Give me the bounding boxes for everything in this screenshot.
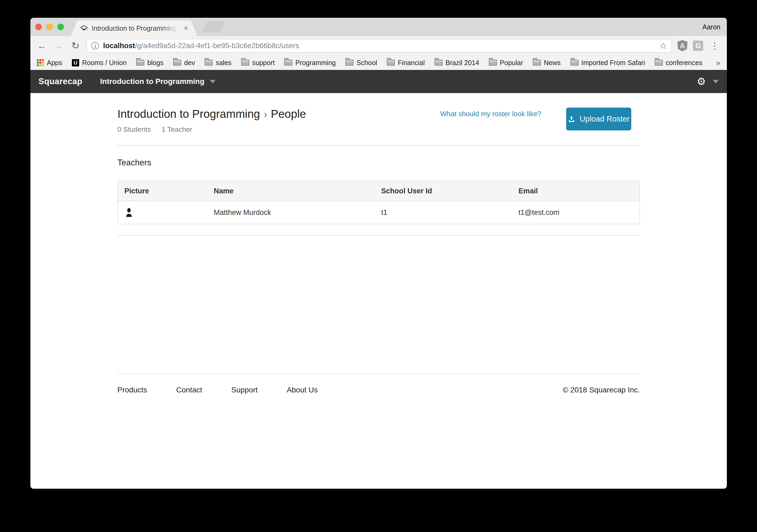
folder-icon: [435, 60, 442, 66]
squarecap-logo[interactable]: Squarecap: [39, 77, 82, 86]
folder-icon: [387, 60, 395, 66]
roster-help-link[interactable]: What should my roster look like?: [440, 108, 553, 120]
bookmarks-bar: Apps U Rooms / Union blogs dev sales sup…: [30, 55, 727, 70]
copyright-text: © 2018 Squarecap Inc.: [562, 386, 640, 394]
footer-link-contact[interactable]: Contact: [176, 386, 202, 394]
teachers-table: Picture Name School User Id Email: [117, 181, 640, 224]
account-menu-chevron-icon[interactable]: [713, 80, 719, 83]
page-info-icon[interactable]: [91, 42, 99, 49]
bookmark-folder-school[interactable]: School: [346, 59, 377, 67]
page-header-right: What should my roster look like? Upload …: [440, 108, 640, 130]
gear-icon[interactable]: ⚙: [697, 76, 706, 87]
close-window-button[interactable]: [35, 24, 42, 30]
bookmark-folder-support[interactable]: support: [241, 59, 275, 67]
browser-tab[interactable]: Introduction to Programming R ×: [71, 20, 197, 36]
chrome-menu-icon[interactable]: ⋮: [709, 40, 721, 51]
column-header-picture: Picture: [118, 181, 207, 201]
teachers-count: 1 Teacher: [162, 125, 192, 133]
forward-icon: →: [53, 41, 64, 50]
bookmark-apps[interactable]: Apps: [37, 59, 62, 67]
tab-title: Introduction to Programming R: [92, 24, 180, 32]
bookmark-star-icon[interactable]: ☆: [659, 41, 667, 51]
teacher-email-cell: t1@test.com: [512, 201, 640, 224]
reload-icon[interactable]: ↻: [70, 41, 81, 50]
folder-icon: [241, 60, 249, 66]
tab-strip: Introduction to Programming R × Aaron: [30, 18, 727, 36]
teacher-name-cell: Matthew Murdock: [207, 201, 375, 224]
bookmark-label: conferences: [666, 59, 702, 67]
bookmarks-overflow-icon[interactable]: »: [716, 58, 720, 67]
footer-link-about-us[interactable]: About Us: [287, 386, 318, 394]
footer-link-products[interactable]: Products: [117, 386, 147, 394]
course-name: Introduction to Programming: [100, 77, 204, 86]
page-footer: Products Contact Support About Us © 2018…: [117, 373, 640, 394]
bookmark-folder-sales[interactable]: sales: [205, 59, 231, 67]
breadcrumb: Introduction to Programming›People: [117, 108, 306, 121]
bookmark-folder-imported-from-safari[interactable]: Imported From Safari: [570, 59, 645, 67]
table-row: Matthew Murdock t1 t1@test.com: [118, 201, 640, 224]
bookmark-label: sales: [216, 59, 231, 67]
bookmark-label: Brazil 2014: [445, 59, 479, 67]
chevron-down-icon: [210, 80, 216, 83]
breadcrumb-section: People: [271, 108, 306, 120]
bookmark-folder-popular[interactable]: Popular: [489, 59, 523, 67]
folder-icon: [533, 60, 541, 66]
bookmark-label: Rooms / Union: [82, 59, 127, 67]
folder-icon: [284, 60, 292, 66]
teacher-school-user-id-cell: t1: [375, 201, 512, 224]
folder-icon: [655, 60, 663, 66]
upload-roster-button[interactable]: Upload Roster: [566, 108, 631, 130]
u-badge-icon: U: [72, 59, 79, 67]
bookmark-label: News: [544, 59, 561, 67]
roster-stats: 0 Students 1 Teacher: [117, 125, 306, 133]
breadcrumb-course[interactable]: Introduction to Programming: [117, 108, 260, 120]
url-path: /g/a4ed9a5d-22ad-4ef1-be95-b3c6e2b66b8c/…: [135, 42, 299, 50]
bookmark-label: Financial: [398, 59, 425, 67]
upload-roster-label: Upload Roster: [580, 115, 629, 124]
angular-extension-icon[interactable]: A: [677, 40, 687, 51]
upload-icon: [568, 115, 575, 123]
breadcrumb-separator: ›: [260, 109, 271, 120]
bookmark-folder-conferences[interactable]: conferences: [655, 59, 702, 67]
bookmark-rooms-union[interactable]: U Rooms / Union: [72, 59, 127, 67]
course-switcher-dropdown[interactable]: Introduction to Programming: [100, 77, 216, 86]
new-tab-button[interactable]: [202, 21, 225, 32]
column-header-school-user-id: School User Id: [375, 181, 512, 201]
teachers-heading: Teachers: [117, 158, 640, 167]
bookmark-label: Popular: [500, 59, 523, 67]
column-header-email: Email: [512, 181, 640, 201]
bookmark-label: blogs: [147, 59, 164, 67]
bookmark-folder-financial[interactable]: Financial: [387, 59, 425, 67]
bookmark-folder-dev[interactable]: dev: [173, 59, 195, 67]
folder-icon: [173, 60, 181, 66]
table-divider: [117, 235, 640, 236]
squarecap-favicon-icon: [80, 24, 88, 32]
bookmark-label: support: [252, 59, 275, 67]
column-header-name: Name: [207, 181, 375, 201]
tab-close-icon[interactable]: ×: [184, 24, 188, 32]
browser-window: Introduction to Programming R × Aaron ← …: [30, 18, 727, 489]
page-header: Introduction to Programming›People 0 Stu…: [117, 108, 640, 133]
bookmark-folder-news[interactable]: News: [533, 59, 561, 67]
footer-link-support[interactable]: Support: [231, 386, 257, 394]
bookmark-folder-brazil-2014[interactable]: Brazil 2014: [435, 59, 479, 67]
page-header-left: Introduction to Programming›People 0 Stu…: [117, 108, 306, 133]
url-text[interactable]: localhost/g/a4ed9a5d-22ad-4ef1-be95-b3c6…: [103, 42, 655, 50]
browser-toolbar: ← → ↻ localhost/g/a4ed9a5d-22ad-4ef1-be9…: [30, 36, 727, 55]
g-extension-icon[interactable]: G: [693, 41, 703, 51]
folder-icon: [489, 60, 497, 66]
fullscreen-window-button[interactable]: [57, 24, 64, 30]
table-header-row: Picture Name School User Id Email: [118, 181, 640, 201]
apps-grid-icon: [37, 59, 44, 66]
folder-icon: [570, 60, 579, 66]
back-icon[interactable]: ←: [36, 41, 48, 50]
url-host: localhost: [103, 42, 135, 50]
picture-cell: [118, 201, 207, 224]
bookmark-folder-blogs[interactable]: blogs: [136, 59, 164, 67]
bookmark-folder-programming[interactable]: Programming: [284, 59, 336, 67]
minimize-window-button[interactable]: [46, 24, 53, 30]
address-bar[interactable]: localhost/g/a4ed9a5d-22ad-4ef1-be95-b3c6…: [86, 39, 672, 53]
bookmark-label: dev: [184, 59, 195, 67]
chrome-profile-name[interactable]: Aaron: [702, 18, 720, 36]
folder-icon: [136, 60, 144, 66]
